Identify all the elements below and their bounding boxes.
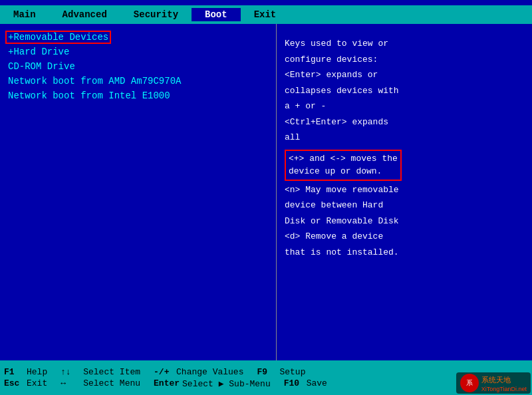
status-desc-1-2: Select ▶ Sub-Menu — [182, 378, 271, 389]
menu-item-boot[interactable]: Boot — [192, 8, 241, 21]
status-key-0-3: F9 — [257, 367, 277, 377]
help-line: configure devices: — [285, 53, 524, 66]
menu-item-main[interactable]: Main — [0, 8, 49, 21]
status-desc-0-1: Select Item — [83, 367, 140, 377]
help-line2: <n> May move removable — [285, 184, 524, 197]
status-key-1-0: Esc — [4, 378, 24, 388]
status-desc-1-1: Select Menu — [83, 378, 140, 388]
status-desc-1-0: Exit — [27, 378, 47, 388]
help-highlight-line1: <+> and <-> moves the — [289, 152, 398, 166]
help-line2: <d> Remove a device — [285, 230, 524, 243]
help-highlight-box: <+> and <-> moves thedevice up or down. — [285, 150, 402, 181]
boot-item-3[interactable]: Network boot from AMD Am79C970A — [5, 74, 271, 88]
watermark-icon: 系 — [460, 374, 479, 392]
status-row-0: F1Help↑↓Select Item-/+Change ValuesF9Set… — [4, 367, 528, 377]
watermark-main: 系统天地 — [481, 376, 511, 384]
status-key-1-3: F10 — [284, 378, 304, 388]
help-line: collapses devices with — [285, 84, 524, 98]
status-key-0-0: F1 — [4, 367, 24, 377]
help-line: a + or - — [285, 100, 524, 113]
help-line2: that is not installed. — [285, 246, 524, 259]
status-desc-0-0: Help — [27, 367, 47, 377]
status-row-1: EscExit↔Select MenuEnterSelect ▶ Sub-Men… — [4, 378, 528, 389]
main-content: +Removable Devices+Hard DriveCD-ROM Driv… — [0, 24, 532, 360]
help-highlight-line2: device up or down. — [289, 165, 398, 178]
help-text: Keys used to view orconfigure devices:<E… — [285, 37, 524, 259]
status-key-0-1: ↑↓ — [61, 367, 80, 377]
status-key-0-2: -/+ — [154, 367, 174, 377]
menu-item-exit[interactable]: Exit — [241, 8, 290, 21]
bios-screen: MainAdvancedSecurityBootExit +Removable … — [0, 0, 532, 395]
help-line: <Enter> expands or — [285, 68, 524, 82]
help-line2: device between Hard — [285, 199, 524, 212]
help-line: <Ctrl+Enter> expands — [285, 116, 524, 129]
watermark-sub: XiTongTianDi.net — [481, 386, 527, 392]
status-key-1-1: ↔ — [61, 378, 80, 388]
title-bar — [0, 0, 532, 5]
right-panel: Keys used to view orconfigure devices:<E… — [277, 24, 532, 360]
left-panel: +Removable Devices+Hard DriveCD-ROM Driv… — [0, 24, 277, 360]
help-line: all — [285, 131, 524, 144]
boot-item-0[interactable]: +Removable Devices — [5, 31, 111, 44]
menu-item-advanced[interactable]: Advanced — [49, 8, 120, 21]
menu-item-security[interactable]: Security — [120, 8, 192, 21]
status-key-1-2: Enter — [154, 378, 180, 388]
menu-bar: MainAdvancedSecurityBootExit — [0, 5, 532, 24]
watermark: 系 系统天地 XiTongTianDi.net — [456, 372, 531, 394]
status-bar: F1Help↑↓Select Item-/+Change ValuesF9Set… — [0, 360, 532, 395]
boot-item-4[interactable]: Network boot from Intel E1000 — [5, 89, 271, 102]
status-desc-0-2: Change Values — [176, 367, 243, 377]
help-line: Keys used to view or — [285, 37, 524, 51]
help-line2: Disk or Removable Disk — [285, 215, 524, 228]
boot-item-2[interactable]: CD-ROM Drive — [5, 60, 271, 73]
boot-item-1[interactable]: +Hard Drive — [5, 45, 271, 59]
